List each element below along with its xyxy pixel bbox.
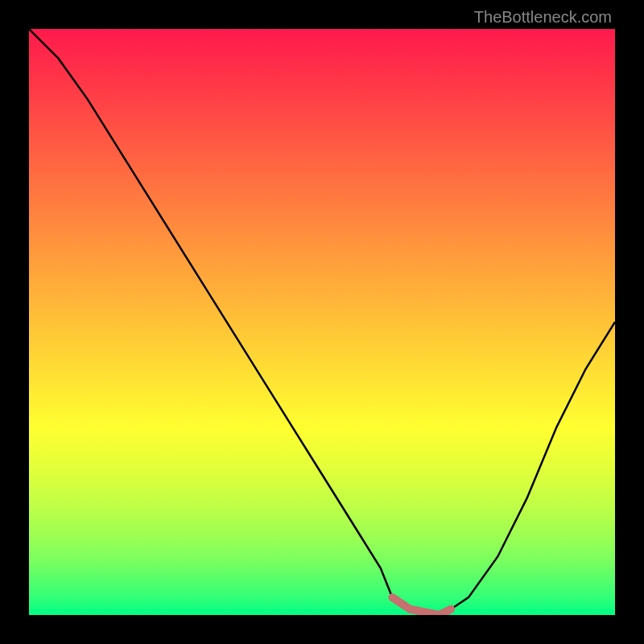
chart-curve bbox=[29, 29, 615, 615]
watermark-text: TheBottleneck.com bbox=[474, 8, 612, 27]
